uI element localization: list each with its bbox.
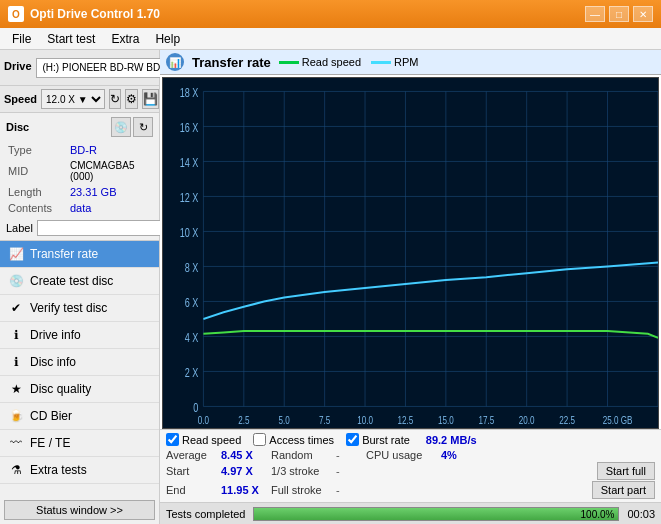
- start-full-button[interactable]: Start full: [597, 462, 655, 480]
- length-value: 23.31 GB: [70, 185, 151, 199]
- mid-value: CMCMAGBA5 (000): [70, 159, 151, 183]
- stats-row-average: Average 8.45 X Random - CPU usage 4%: [166, 449, 655, 461]
- nav-disc-quality[interactable]: ★ Disc quality: [0, 376, 159, 403]
- nav-create-test-disc[interactable]: 💿 Create test disc: [0, 268, 159, 295]
- nav-verify-test-disc[interactable]: ✔ Verify test disc: [0, 295, 159, 322]
- read-speed-legend-label: Read speed: [302, 56, 361, 68]
- cpu-value: 4%: [441, 449, 457, 461]
- svg-text:7.5: 7.5: [319, 414, 330, 426]
- status-text: Tests completed: [166, 508, 245, 520]
- svg-text:14 X: 14 X: [180, 156, 199, 170]
- app-icon: O: [8, 6, 24, 22]
- read-speed-checkbox-label: Read speed: [182, 434, 241, 446]
- svg-text:0: 0: [193, 401, 198, 415]
- nav-create-test-disc-label: Create test disc: [30, 274, 113, 288]
- contents-value: data: [70, 201, 151, 215]
- type-label: Type: [8, 143, 68, 157]
- menu-start-test[interactable]: Start test: [39, 30, 103, 48]
- full-stroke-value: -: [336, 484, 366, 496]
- content-area: 📊 Transfer rate Read speed RPM: [160, 50, 661, 524]
- random-value: -: [336, 449, 366, 461]
- chart-icon: 📊: [166, 53, 184, 71]
- stats-area: Read speed Access times Burst rate 89.2 …: [160, 429, 661, 502]
- create-disc-icon: 💿: [8, 273, 24, 289]
- svg-text:25.0 GB: 25.0 GB: [603, 414, 633, 426]
- speed-section: Speed 12.0 X ▼ ↻ ⚙ 💾: [0, 86, 159, 113]
- access-times-checkbox-label: Access times: [269, 434, 334, 446]
- progress-bar: 100.0%: [253, 507, 619, 521]
- svg-text:6 X: 6 X: [185, 296, 199, 310]
- burst-rate-value: 89.2 MB/s: [426, 434, 477, 446]
- disc-info-icon: ℹ: [8, 354, 24, 370]
- stats-row-end: End 11.95 X Full stroke - Start part: [166, 481, 655, 499]
- read-speed-checkbox[interactable]: [166, 433, 179, 446]
- burst-rate-checkbox-label: Burst rate: [362, 434, 410, 446]
- drive-section: Drive (H:) PIONEER BD-RW BDR-212D 1.00 ⏏…: [0, 50, 159, 86]
- status-window-button[interactable]: Status window >>: [4, 500, 155, 520]
- close-button[interactable]: ✕: [633, 6, 653, 22]
- nav-extra-tests-label: Extra tests: [30, 463, 87, 477]
- nav-disc-info[interactable]: ℹ Disc info: [0, 349, 159, 376]
- stroke13-value: -: [336, 465, 366, 477]
- disc-quality-icon: ★: [8, 381, 24, 397]
- disc-section-label: Disc: [6, 121, 29, 133]
- mid-label: MID: [8, 159, 68, 183]
- nav-extra-tests[interactable]: ⚗ Extra tests: [0, 457, 159, 484]
- speed-config-button[interactable]: ⚙: [125, 89, 138, 109]
- menu-file[interactable]: File: [4, 30, 39, 48]
- length-label: Length: [8, 185, 68, 199]
- svg-text:2.5: 2.5: [238, 414, 249, 426]
- disc-info-panel: Disc 💿 ↻ Type BD-R MID CMCMAGBA5 (000) L…: [0, 113, 159, 241]
- start-part-button[interactable]: Start part: [592, 481, 655, 499]
- extra-tests-icon: ⚗: [8, 462, 24, 478]
- minimize-button[interactable]: —: [585, 6, 605, 22]
- svg-text:22.5: 22.5: [559, 414, 575, 426]
- drive-info-icon: ℹ: [8, 327, 24, 343]
- speed-refresh-button[interactable]: ↻: [109, 89, 121, 109]
- progress-bar-fill: [254, 508, 618, 520]
- label-input[interactable]: [37, 220, 170, 236]
- chart-svg: 18 X 16 X 14 X 12 X 10 X 8 X 6 X 4 X 2 X…: [163, 78, 658, 428]
- menu-extra[interactable]: Extra: [103, 30, 147, 48]
- label-label: Label: [6, 222, 33, 234]
- svg-text:0.0: 0.0: [198, 414, 209, 426]
- menu-help[interactable]: Help: [147, 30, 188, 48]
- svg-rect-0: [163, 78, 658, 428]
- nav-transfer-rate[interactable]: 📈 Transfer rate: [0, 241, 159, 268]
- burst-rate-checkbox[interactable]: [346, 433, 359, 446]
- verify-disc-icon: ✔: [8, 300, 24, 316]
- svg-text:5.0: 5.0: [279, 414, 290, 426]
- speed-save-button[interactable]: 💾: [142, 89, 159, 109]
- nav-drive-info-label: Drive info: [30, 328, 81, 342]
- nav-fe-te[interactable]: 〰 FE / TE: [0, 430, 159, 457]
- access-times-checkbox[interactable]: [253, 433, 266, 446]
- disc-refresh-button[interactable]: ↻: [133, 117, 153, 137]
- end-value: 11.95 X: [221, 484, 271, 496]
- rpm-legend-color: [371, 61, 391, 64]
- drive-label: Drive: [4, 60, 32, 72]
- elapsed-time: 00:03: [627, 508, 655, 520]
- rpm-legend-label: RPM: [394, 56, 418, 68]
- speed-select[interactable]: 12.0 X ▼: [41, 89, 105, 109]
- svg-text:12.5: 12.5: [398, 414, 414, 426]
- svg-text:2 X: 2 X: [185, 366, 199, 380]
- nav-drive-info[interactable]: ℹ Drive info: [0, 322, 159, 349]
- nav-cd-bier[interactable]: 🍺 CD Bier: [0, 403, 159, 430]
- avg-label: Average: [166, 449, 221, 461]
- cpu-label: CPU usage: [366, 449, 441, 461]
- fe-te-icon: 〰: [8, 435, 24, 451]
- disc-icon: 💿: [111, 117, 131, 137]
- stats-row-start: Start 4.97 X 1/3 stroke - Start full: [166, 462, 655, 480]
- maximize-button[interactable]: □: [609, 6, 629, 22]
- avg-value: 8.45 X: [221, 449, 271, 461]
- menu-bar: File Start test Extra Help: [0, 28, 661, 50]
- svg-text:10 X: 10 X: [180, 226, 199, 240]
- svg-text:8 X: 8 X: [185, 261, 199, 275]
- nav-verify-test-disc-label: Verify test disc: [30, 301, 107, 315]
- sidebar: Drive (H:) PIONEER BD-RW BDR-212D 1.00 ⏏…: [0, 50, 160, 524]
- full-stroke-label: Full stroke: [271, 484, 336, 496]
- chart-legend: Read speed RPM: [279, 56, 419, 68]
- svg-text:18 X: 18 X: [180, 86, 199, 100]
- contents-label: Contents: [8, 201, 68, 215]
- svg-text:16 X: 16 X: [180, 121, 199, 135]
